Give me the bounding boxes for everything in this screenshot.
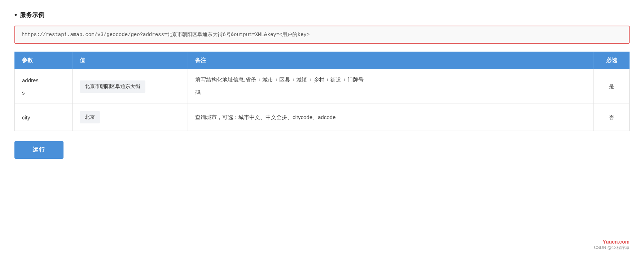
url-box: https://restapi.amap.com/v3/geocode/geo?…	[14, 26, 630, 44]
note-cell: 查询城市，可选：城市中文、中文全拼、citycode、adcode	[188, 104, 593, 131]
value-cell-td: 北京市朝阳区阜通东大街	[73, 69, 188, 104]
param-cell: city	[15, 104, 73, 131]
header-required: 必选	[593, 52, 630, 69]
section-title: 服务示例	[14, 11, 630, 19]
required-cell: 否	[593, 104, 630, 131]
value-input-city[interactable]: 北京	[80, 111, 100, 123]
table-row: address 北京市朝阳区阜通东大街 填写结构化地址信息:省份 + 城市 + …	[15, 69, 630, 104]
run-button[interactable]: 运行	[14, 141, 63, 159]
header-value: 值	[73, 52, 188, 69]
value-input-address[interactable]: 北京市朝阳区阜通东大街	[80, 80, 145, 93]
param-cell: address	[15, 69, 73, 104]
required-cell: 是	[593, 69, 630, 104]
brand-sub: CSDN @12程序猿	[594, 245, 630, 251]
table-row: city 北京 查询城市，可选：城市中文、中文全拼、citycode、adcod…	[15, 104, 630, 131]
table-header-row: 参数 值 备注 必选	[15, 52, 630, 69]
footer: Yuucn.com CSDN @12程序猿	[594, 239, 630, 251]
header-param: 参数	[15, 52, 73, 69]
brand-name: Yuucn.com	[594, 239, 630, 245]
value-cell-td: 北京	[73, 104, 188, 131]
note-cell: 填写结构化地址信息:省份 + 城市 + 区县 + 城镇 + 乡村 + 街道 + …	[188, 69, 593, 104]
header-note: 备注	[188, 52, 593, 69]
params-table: 参数 值 备注 必选 address 北京市朝阳区阜通东大街 填写结构化地址信息…	[14, 52, 630, 131]
